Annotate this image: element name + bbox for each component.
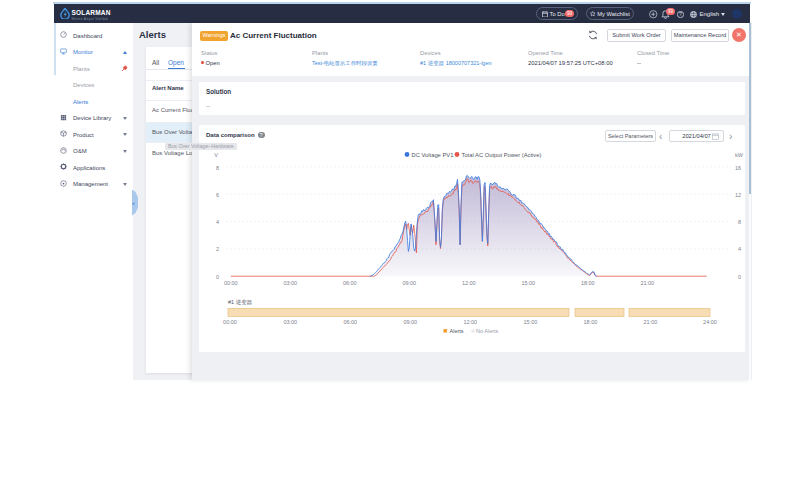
svg-text:4: 4 [738,245,741,251]
svg-text:V: V [214,151,218,157]
svg-text:00:00: 00:00 [223,319,237,325]
svg-text:12: 12 [735,191,741,197]
svg-text:#1 逆变器: #1 逆变器 [228,299,253,306]
svg-text:kW: kW [735,151,744,157]
svg-text:8: 8 [738,218,741,224]
svg-text:12:00: 12:00 [463,319,477,325]
svg-text:16: 16 [735,164,741,170]
svg-text:6: 6 [216,191,219,197]
svg-text:00:00: 00:00 [224,279,238,285]
svg-text:8: 8 [216,164,219,170]
svg-text:18:00: 18:00 [581,279,595,285]
svg-text:21:00: 21:00 [644,319,658,325]
svg-text:12:00: 12:00 [462,279,476,285]
svg-text:4: 4 [216,218,219,224]
svg-text:24:00: 24:00 [703,319,717,325]
svg-text:2: 2 [216,245,219,251]
svg-text:18:00: 18:00 [584,319,598,325]
svg-text:15:00: 15:00 [524,319,538,325]
svg-text:03:00: 03:00 [283,279,297,285]
svg-text:Total AC Output Power (Active): Total AC Output Power (Active) [462,151,542,157]
svg-text:06:00: 06:00 [343,279,357,285]
svg-text:DC Voltage PV1: DC Voltage PV1 [412,151,454,157]
svg-text:09:00: 09:00 [403,319,417,325]
svg-text:?: ? [679,11,682,17]
svg-text:03:00: 03:00 [283,319,297,325]
svg-text:Alerts: Alerts [450,328,464,334]
svg-text:06:00: 06:00 [343,319,357,325]
svg-text:15:00: 15:00 [521,279,535,285]
svg-text:0: 0 [738,273,741,279]
svg-text:09:00: 09:00 [402,279,416,285]
svg-text:No Alerts: No Alerts [476,328,499,334]
svg-text:0: 0 [216,273,219,279]
svg-text:21:00: 21:00 [640,279,654,285]
